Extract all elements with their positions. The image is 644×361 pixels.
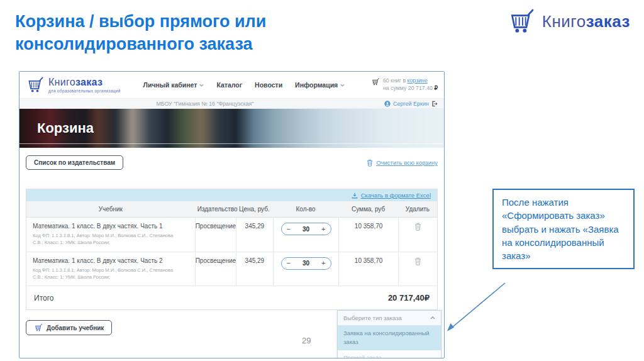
logout-icon[interactable] [431, 101, 438, 107]
table-header-row: Учебник Издательство Цена, руб. Кол-во С… [26, 201, 437, 218]
cart-icon [507, 9, 536, 34]
cart-count-text: 60 книг в [383, 77, 408, 84]
nav-label: Информация [295, 81, 338, 89]
nav-item-information[interactable]: Информация [295, 81, 345, 89]
column-header-publisher: Издательство [195, 201, 236, 217]
brand-part1: Книго [542, 12, 586, 31]
app-subheader: МБОУ "Гимназия № 16 "Французская" Сергей… [19, 98, 444, 109]
table-row: Математика. 1 класс. В двух частях. Част… [26, 218, 437, 252]
cart-icon [26, 77, 45, 93]
cart-toolbar: Список по издательствам Очистить всю кор… [26, 155, 438, 170]
nav-label: Личный кабинет [143, 81, 197, 89]
cart-icon [371, 78, 380, 86]
ruble-sign: ₽ [434, 85, 438, 91]
clear-cart[interactable]: Очистить всю корзину [367, 159, 438, 167]
app-logo-text: Книгозаказ [48, 77, 121, 88]
download-icon [352, 192, 358, 199]
book-details: Код ФП: 1.1.3.1.8.1; Автор: Моро М.И., В… [33, 267, 183, 281]
page-title: Корзина / выбор прямого или консолидиров… [15, 10, 355, 56]
app-logo[interactable]: Книгозаказ для образовательных организац… [26, 77, 121, 93]
app-header: Книгозаказ для образовательных организац… [19, 72, 444, 98]
add-book-label: Добавить учебник [47, 325, 104, 331]
book-title: Математика. 1 класс. В двух частях. Част… [33, 257, 191, 264]
cart-icon [34, 324, 43, 331]
slide: Корзина / выбор прямого или консолидиров… [0, 0, 644, 361]
cart-summary: 60 книг в корзине на сумму 20 717.40 ₽ [371, 77, 438, 92]
book-details: Код ФП: 1.1.3.1.8.1; Автор: Моро М.И., В… [33, 232, 183, 247]
cart-link[interactable]: корзине [408, 77, 428, 84]
chevron-down-icon [340, 84, 345, 87]
slide-page-number: 29 [302, 336, 311, 345]
sum-cell: 10 358,70 [338, 218, 398, 252]
annotation-callout: После нажатия «Сформировать заказ» выбра… [492, 189, 635, 269]
cart-heading: Корзина [37, 120, 94, 136]
trash-icon[interactable] [414, 223, 421, 231]
cart-sum-line: на сумму 20 717.40 ₽ [383, 85, 438, 92]
quantity-stepper[interactable]: − 30 + [281, 257, 331, 270]
logo-part1: Книго [48, 77, 75, 87]
total-label: Итого [34, 294, 53, 303]
avatar-icon [384, 101, 391, 107]
app-screenshot: Книгозаказ для образовательных организац… [19, 71, 445, 358]
minus-button[interactable]: − [287, 260, 291, 267]
column-header-qty: Кол-во [273, 201, 338, 217]
chevron-down-icon [199, 84, 204, 87]
excel-export-bar: Скачать в формате Excel [26, 189, 437, 201]
user-menu[interactable]: Сергей Еркин [384, 101, 438, 107]
brand-part2: заказ [586, 12, 630, 31]
publisher-cell: Просвещение [195, 218, 236, 252]
clear-cart-link[interactable]: Очистить всю корзину [376, 159, 438, 166]
nav-item-personal-cabinet[interactable]: Личный кабинет [143, 81, 204, 89]
price-cell: 345,29 [236, 218, 273, 252]
nav-label: Новости [255, 81, 282, 89]
publisher-cell: Просвещение [195, 252, 236, 286]
excel-export-link[interactable]: Скачать в формате Excel [361, 192, 431, 199]
column-header-sum: Сумма, руб [338, 201, 398, 217]
user-name[interactable]: Сергей Еркин [393, 101, 429, 107]
order-type-dropdown: Выберите тип заказа Заявка на консолидир… [337, 310, 441, 358]
sum-cell: 10 358,70 [338, 252, 398, 286]
brand-logo: Книгозаказ [507, 9, 630, 34]
quantity-stepper[interactable]: − 30 + [281, 223, 331, 235]
logo-part2: заказ [75, 77, 103, 87]
column-header-delete: Удалить [398, 201, 437, 217]
option-consolidated-order[interactable]: Заявка на консолидированный заказ [338, 326, 441, 350]
add-book-button[interactable]: Добавить учебник [26, 320, 112, 335]
cart-table: Скачать в формате Excel Учебник Издатель… [26, 189, 438, 310]
plus-button[interactable]: + [321, 226, 325, 233]
organization-name: МБОУ "Гимназия № 16 "Французская" [26, 101, 384, 107]
quantity-value[interactable]: 30 [303, 260, 309, 267]
book-title: Математика. 1 класс. В двух частях. Част… [33, 223, 191, 230]
plus-button[interactable]: + [321, 260, 325, 267]
dropdown-placeholder: Выберите тип заказа [343, 314, 402, 321]
app-logo-subtitle: для образовательных организаций [48, 89, 121, 93]
main-nav: Личный кабинет Каталог Новости Информаци… [143, 81, 345, 89]
nav-item-news[interactable]: Новости [255, 81, 282, 89]
annotation-arrow [440, 279, 516, 338]
brand-logo-text: Книгозаказ [542, 12, 630, 31]
cart-count-line: 60 книг в корзине [383, 77, 438, 85]
nav-item-catalog[interactable]: Каталог [216, 81, 242, 89]
cart-hero-banner: Корзина [19, 109, 444, 148]
total-value: 20 717,40₽ [388, 293, 430, 303]
trash-icon [367, 159, 373, 167]
order-type-dropdown-toggle[interactable]: Выберите тип заказа [338, 311, 441, 326]
publishers-list-button[interactable]: Список по издательствам [26, 155, 123, 170]
minus-button[interactable]: − [287, 226, 291, 233]
option-direct-order[interactable]: Прямой заказ [338, 350, 441, 359]
price-cell: 345,29 [236, 252, 273, 286]
cart-sum-text: на сумму 20 717.40 [383, 85, 435, 91]
table-row: Математика. 1 класс. В двух частях. Част… [26, 252, 437, 287]
total-row: Итого 20 717,40₽ [26, 286, 437, 309]
chevron-up-icon [430, 316, 435, 319]
nav-label: Каталог [216, 81, 242, 89]
column-header-price: Цена, руб. [236, 201, 273, 217]
column-header-book: Учебник [26, 201, 195, 217]
quantity-value[interactable]: 30 [303, 226, 309, 233]
trash-icon[interactable] [414, 257, 421, 265]
